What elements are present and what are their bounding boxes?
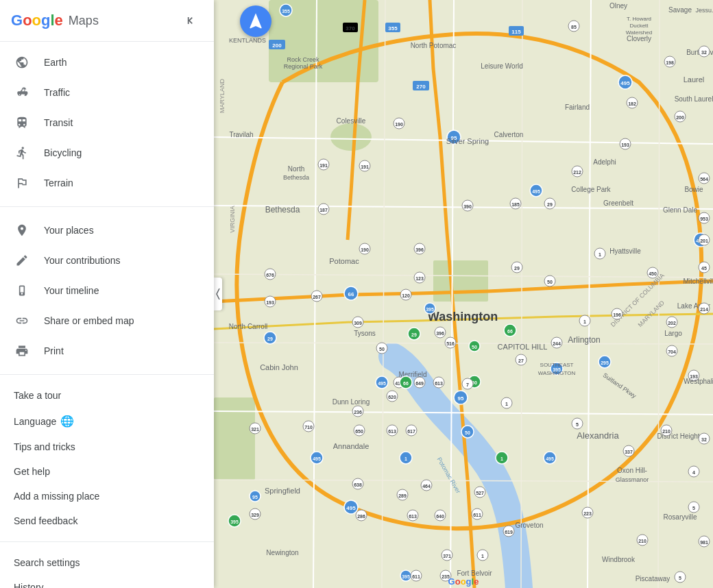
google-maps-logo: Google Maps — [11, 12, 178, 29]
svg-text:Laurel: Laurel — [684, 75, 705, 84]
svg-text:620: 620 — [388, 395, 396, 400]
get-help-item[interactable]: Get help — [0, 459, 214, 484]
svg-text:611: 611 — [473, 513, 481, 517]
svg-text:564: 564 — [700, 177, 708, 182]
svg-text:32: 32 — [701, 437, 707, 442]
sidebar-item-terrain[interactable]: Terrain — [0, 168, 214, 198]
link-icon — [14, 313, 30, 329]
svg-text:464: 464 — [422, 484, 431, 489]
your-places-label: Your places — [44, 225, 94, 236]
svg-text:395: 395 — [426, 307, 434, 312]
svg-rect-3 — [214, 397, 255, 480]
globe-icon — [14, 54, 30, 71]
svg-text:Jessu...: Jessu... — [695, 7, 713, 14]
svg-text:66: 66 — [348, 291, 354, 297]
svg-text:4: 4 — [692, 470, 695, 475]
svg-text:Bethesda: Bethesda — [265, 205, 300, 215]
svg-text:1: 1 — [481, 554, 484, 559]
svg-text:Leisure World: Leisure World — [481, 62, 523, 70]
svg-text:Adelphi: Adelphi — [593, 158, 616, 166]
add-missing-place-item[interactable]: Add a missing place — [0, 484, 214, 509]
svg-text:289: 289 — [398, 493, 407, 498]
svg-text:236: 236 — [354, 410, 362, 415]
svg-text:Springfield: Springfield — [265, 487, 300, 495]
svg-text:613: 613 — [435, 381, 443, 386]
svg-text:1: 1 — [599, 252, 601, 257]
bike-icon — [14, 145, 30, 161]
svg-text:50: 50 — [472, 345, 477, 350]
svg-text:638: 638 — [354, 482, 362, 487]
svg-text:South Laurel: South Laurel — [675, 95, 713, 103]
svg-text:Glenn Dale: Glenn Dale — [663, 206, 697, 214]
svg-text:Tysons: Tysons — [354, 330, 376, 337]
svg-text:Google: Google — [448, 576, 479, 587]
sidebar-item-your-contributions[interactable]: Your contributions — [0, 245, 214, 275]
svg-text:Cabin John: Cabin John — [260, 363, 298, 371]
svg-text:Alexandria: Alexandria — [577, 430, 619, 441]
print-label: Print — [44, 345, 64, 356]
sidebar-item-traffic[interactable]: Traffic — [0, 77, 214, 108]
sidebar-item-share-embed[interactable]: Share or embed map — [0, 306, 214, 336]
map-canvas: 495 495 495 95 95 66 Washington CAPITOL … — [214, 0, 713, 588]
svg-text:CAPITOL HILL: CAPITOL HILL — [498, 343, 548, 351]
svg-rect-2 — [433, 260, 488, 302]
sidebar-header: Google Maps — [0, 0, 214, 42]
svg-text:Glassmanor: Glassmanor — [616, 476, 649, 483]
language-item[interactable]: Language 🌐 — [0, 408, 214, 434]
svg-text:619: 619 — [505, 530, 513, 535]
print-icon — [14, 343, 30, 359]
svg-text:613: 613 — [409, 514, 417, 519]
svg-text:Arlington: Arlington — [568, 335, 600, 345]
svg-text:32: 32 — [701, 50, 707, 55]
sidebar-item-print[interactable]: Print — [0, 336, 214, 366]
svg-text:95: 95 — [458, 395, 464, 402]
svg-text:7: 7 — [466, 382, 469, 387]
svg-text:Travilah: Travilah — [229, 131, 253, 138]
search-settings-item[interactable]: Search settings — [0, 550, 214, 575]
sidebar-item-bicycling[interactable]: Bicycling — [0, 138, 214, 168]
svg-text:210: 210 — [662, 429, 670, 434]
svg-text:191: 191 — [361, 164, 369, 169]
sidebar-item-transit[interactable]: Transit — [0, 108, 214, 138]
send-feedback-item[interactable]: Send feedback — [0, 509, 214, 533]
sidebar-item-your-timeline[interactable]: Your timeline — [0, 275, 214, 306]
svg-text:196: 196 — [613, 313, 621, 317]
svg-text:Bethesda: Bethesda — [283, 174, 309, 181]
svg-text:North: North — [288, 165, 304, 173]
svg-text:Dunn Loring: Dunn Loring — [333, 398, 370, 406]
svg-text:Mitchellville: Mitchellville — [683, 278, 713, 285]
svg-text:640: 640 — [436, 514, 444, 519]
navigation-button[interactable] — [240, 5, 271, 37]
svg-text:649: 649 — [415, 381, 424, 386]
svg-text:704: 704 — [668, 350, 676, 354]
svg-text:710: 710 — [304, 425, 313, 430]
edit-icon — [14, 252, 30, 269]
history-item[interactable]: History — [0, 575, 214, 588]
sidebar-item-earth[interactable]: Earth — [0, 47, 214, 77]
svg-text:Largo: Largo — [664, 330, 682, 337]
svg-text:29: 29 — [514, 266, 520, 271]
bicycling-label: Bicycling — [44, 147, 82, 158]
svg-text:191: 191 — [319, 163, 328, 168]
svg-text:Piscataway: Piscataway — [636, 575, 670, 583]
svg-text:5: 5 — [679, 576, 681, 580]
svg-text:Regional Park: Regional Park — [284, 63, 323, 70]
svg-text:286: 286 — [357, 514, 365, 519]
svg-text:495: 495 — [313, 456, 321, 461]
map-area[interactable]: 495 495 495 95 95 66 Washington CAPITOL … — [214, 0, 713, 588]
svg-text:VIRGINIA: VIRGINIA — [229, 206, 236, 233]
svg-text:50: 50 — [465, 430, 470, 435]
map-edge-collapse-button[interactable] — [214, 278, 222, 310]
svg-text:309: 309 — [354, 321, 362, 326]
svg-text:193: 193 — [621, 143, 629, 147]
svg-text:North Potomac: North Potomac — [411, 42, 457, 49]
svg-text:66: 66 — [507, 329, 513, 334]
svg-text:T. Howard: T. Howard — [627, 16, 651, 22]
tips-item[interactable]: Tips and tricks — [0, 434, 214, 459]
collapse-sidebar-button[interactable] — [178, 8, 203, 33]
svg-text:Fairland: Fairland — [565, 103, 590, 111]
svg-text:KENTLANDS: KENTLANDS — [229, 37, 266, 44]
take-a-tour-item[interactable]: Take a tour — [0, 383, 214, 408]
sidebar-item-your-places[interactable]: Your places — [0, 215, 214, 245]
svg-text:676: 676 — [266, 273, 274, 278]
